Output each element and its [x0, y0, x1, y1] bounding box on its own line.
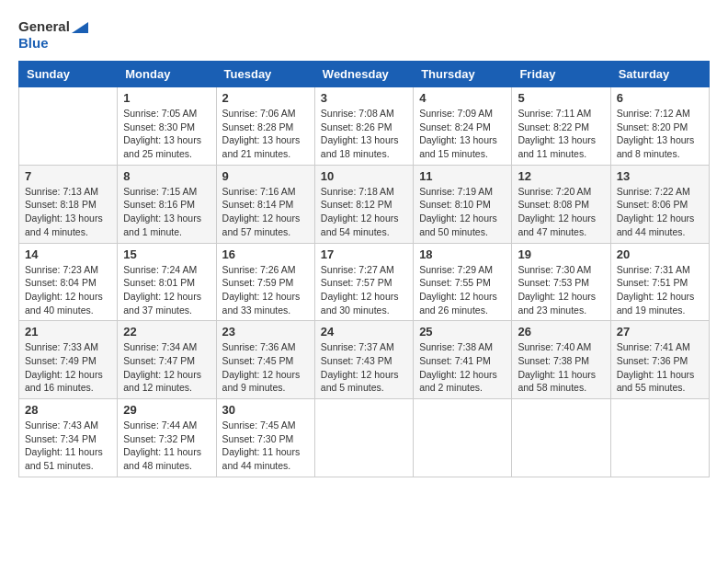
- calendar-cell: 4Sunrise: 7:09 AMSunset: 8:24 PMDaylight…: [414, 87, 512, 166]
- calendar-cell: 1Sunrise: 7:05 AMSunset: 8:30 PMDaylight…: [118, 87, 216, 166]
- day-number: 26: [518, 325, 604, 339]
- day-info: Sunrise: 7:31 AMSunset: 7:51 PMDaylight:…: [617, 263, 703, 317]
- day-number: 6: [617, 91, 703, 105]
- header: General Blue: [18, 18, 710, 52]
- day-number: 23: [222, 325, 309, 339]
- day-number: 7: [25, 169, 111, 183]
- logo-blue: Blue: [18, 35, 49, 51]
- day-number: 27: [617, 325, 703, 339]
- day-info: Sunrise: 7:34 AMSunset: 7:47 PMDaylight:…: [123, 340, 210, 395]
- day-number: 20: [617, 247, 703, 261]
- calendar-cell: 14Sunrise: 7:23 AMSunset: 8:04 PMDayligh…: [19, 243, 118, 321]
- calendar-cell: 12Sunrise: 7:20 AMSunset: 8:08 PMDayligh…: [512, 165, 610, 243]
- day-info: Sunrise: 7:11 AMSunset: 8:22 PMDaylight:…: [518, 107, 604, 161]
- day-of-week-header: Tuesday: [216, 62, 314, 87]
- day-number: 1: [123, 91, 210, 105]
- calendar-cell: [314, 399, 413, 477]
- calendar-cell: 7Sunrise: 7:13 AMSunset: 8:18 PMDaylight…: [19, 165, 118, 243]
- day-info: Sunrise: 7:06 AMSunset: 8:28 PMDaylight:…: [222, 107, 309, 161]
- day-info: Sunrise: 7:13 AMSunset: 8:18 PMDaylight:…: [25, 185, 111, 239]
- day-number: 28: [25, 403, 111, 417]
- day-info: Sunrise: 7:41 AMSunset: 7:36 PMDaylight:…: [617, 340, 703, 395]
- day-info: Sunrise: 7:27 AMSunset: 7:57 PMDaylight:…: [321, 263, 407, 317]
- day-number: 2: [222, 91, 309, 105]
- day-info: Sunrise: 7:43 AMSunset: 7:34 PMDaylight:…: [25, 419, 111, 473]
- calendar-week-row: 1Sunrise: 7:05 AMSunset: 8:30 PMDaylight…: [19, 87, 710, 166]
- calendar-cell: [512, 399, 610, 477]
- day-info: Sunrise: 7:08 AMSunset: 8:26 PMDaylight:…: [321, 107, 407, 161]
- calendar-cell: 11Sunrise: 7:19 AMSunset: 8:10 PMDayligh…: [414, 165, 512, 243]
- day-info: Sunrise: 7:23 AMSunset: 8:04 PMDaylight:…: [25, 263, 111, 317]
- day-info: Sunrise: 7:18 AMSunset: 8:12 PMDaylight:…: [321, 185, 407, 239]
- day-info: Sunrise: 7:33 AMSunset: 7:49 PMDaylight:…: [25, 340, 111, 395]
- day-number: 13: [617, 169, 703, 183]
- calendar-cell: 13Sunrise: 7:22 AMSunset: 8:06 PMDayligh…: [610, 165, 709, 243]
- calendar-cell: 5Sunrise: 7:11 AMSunset: 8:22 PMDaylight…: [512, 87, 610, 166]
- day-of-week-header: Saturday: [610, 62, 709, 87]
- day-info: Sunrise: 7:16 AMSunset: 8:14 PMDaylight:…: [222, 185, 309, 239]
- day-number: 8: [123, 169, 210, 183]
- calendar-cell: 27Sunrise: 7:41 AMSunset: 7:36 PMDayligh…: [610, 321, 709, 399]
- day-info: Sunrise: 7:26 AMSunset: 7:59 PMDaylight:…: [222, 263, 309, 317]
- calendar: SundayMondayTuesdayWednesdayThursdayFrid…: [18, 61, 710, 477]
- calendar-cell: [610, 399, 709, 477]
- day-info: Sunrise: 7:09 AMSunset: 8:24 PMDaylight:…: [419, 107, 506, 161]
- day-number: 24: [321, 325, 407, 339]
- calendar-cell: [19, 87, 118, 166]
- day-of-week-header: Sunday: [19, 62, 118, 87]
- calendar-cell: 28Sunrise: 7:43 AMSunset: 7:34 PMDayligh…: [19, 399, 118, 477]
- calendar-cell: 8Sunrise: 7:15 AMSunset: 8:16 PMDaylight…: [118, 165, 216, 243]
- day-info: Sunrise: 7:24 AMSunset: 8:01 PMDaylight:…: [123, 263, 210, 317]
- day-number: 17: [321, 247, 407, 261]
- day-number: 16: [222, 247, 309, 261]
- calendar-cell: 20Sunrise: 7:31 AMSunset: 7:51 PMDayligh…: [610, 243, 709, 321]
- calendar-cell: 6Sunrise: 7:12 AMSunset: 8:20 PMDaylight…: [610, 87, 709, 166]
- day-info: Sunrise: 7:30 AMSunset: 7:53 PMDaylight:…: [518, 263, 604, 317]
- calendar-cell: 21Sunrise: 7:33 AMSunset: 7:49 PMDayligh…: [19, 321, 118, 399]
- day-info: Sunrise: 7:38 AMSunset: 7:41 PMDaylight:…: [419, 340, 506, 395]
- calendar-cell: 19Sunrise: 7:30 AMSunset: 7:53 PMDayligh…: [512, 243, 610, 321]
- day-number: 11: [419, 169, 506, 183]
- calendar-cell: 23Sunrise: 7:36 AMSunset: 7:45 PMDayligh…: [216, 321, 314, 399]
- calendar-cell: 30Sunrise: 7:45 AMSunset: 7:30 PMDayligh…: [216, 399, 314, 477]
- day-number: 22: [123, 325, 210, 339]
- day-number: 14: [25, 247, 111, 261]
- calendar-cell: 9Sunrise: 7:16 AMSunset: 8:14 PMDaylight…: [216, 165, 314, 243]
- day-info: Sunrise: 7:29 AMSunset: 7:55 PMDaylight:…: [419, 263, 506, 317]
- day-number: 5: [518, 91, 604, 105]
- calendar-week-row: 14Sunrise: 7:23 AMSunset: 8:04 PMDayligh…: [19, 243, 710, 321]
- day-number: 4: [419, 91, 506, 105]
- day-number: 10: [321, 169, 407, 183]
- logo: General Blue: [18, 18, 88, 52]
- day-info: Sunrise: 7:40 AMSunset: 7:38 PMDaylight:…: [518, 340, 604, 395]
- logo-text: General Blue: [18, 18, 88, 52]
- day-info: Sunrise: 7:05 AMSunset: 8:30 PMDaylight:…: [123, 107, 210, 161]
- calendar-cell: 3Sunrise: 7:08 AMSunset: 8:26 PMDaylight…: [314, 87, 413, 166]
- day-of-week-header: Friday: [512, 62, 610, 87]
- day-info: Sunrise: 7:12 AMSunset: 8:20 PMDaylight:…: [617, 107, 703, 161]
- svg-marker-0: [72, 22, 88, 33]
- calendar-cell: 25Sunrise: 7:38 AMSunset: 7:41 PMDayligh…: [414, 321, 512, 399]
- calendar-cell: 29Sunrise: 7:44 AMSunset: 7:32 PMDayligh…: [118, 399, 216, 477]
- day-info: Sunrise: 7:15 AMSunset: 8:16 PMDaylight:…: [123, 185, 210, 239]
- day-info: Sunrise: 7:36 AMSunset: 7:45 PMDaylight:…: [222, 340, 309, 395]
- calendar-header-row: SundayMondayTuesdayWednesdayThursdayFrid…: [19, 62, 710, 87]
- calendar-cell: 22Sunrise: 7:34 AMSunset: 7:47 PMDayligh…: [118, 321, 216, 399]
- day-info: Sunrise: 7:19 AMSunset: 8:10 PMDaylight:…: [419, 185, 506, 239]
- calendar-week-row: 7Sunrise: 7:13 AMSunset: 8:18 PMDaylight…: [19, 165, 710, 243]
- day-info: Sunrise: 7:45 AMSunset: 7:30 PMDaylight:…: [222, 419, 309, 473]
- calendar-cell: 17Sunrise: 7:27 AMSunset: 7:57 PMDayligh…: [314, 243, 413, 321]
- logo-general: General: [18, 18, 70, 34]
- calendar-cell: 16Sunrise: 7:26 AMSunset: 7:59 PMDayligh…: [216, 243, 314, 321]
- calendar-cell: 26Sunrise: 7:40 AMSunset: 7:38 PMDayligh…: [512, 321, 610, 399]
- day-number: 9: [222, 169, 309, 183]
- calendar-cell: 18Sunrise: 7:29 AMSunset: 7:55 PMDayligh…: [414, 243, 512, 321]
- day-info: Sunrise: 7:37 AMSunset: 7:43 PMDaylight:…: [321, 340, 407, 395]
- day-info: Sunrise: 7:20 AMSunset: 8:08 PMDaylight:…: [518, 185, 604, 239]
- calendar-week-row: 21Sunrise: 7:33 AMSunset: 7:49 PMDayligh…: [19, 321, 710, 399]
- day-number: 30: [222, 403, 309, 417]
- day-info: Sunrise: 7:22 AMSunset: 8:06 PMDaylight:…: [617, 185, 703, 239]
- calendar-cell: 10Sunrise: 7:18 AMSunset: 8:12 PMDayligh…: [314, 165, 413, 243]
- day-number: 21: [25, 325, 111, 339]
- day-info: Sunrise: 7:44 AMSunset: 7:32 PMDaylight:…: [123, 419, 210, 473]
